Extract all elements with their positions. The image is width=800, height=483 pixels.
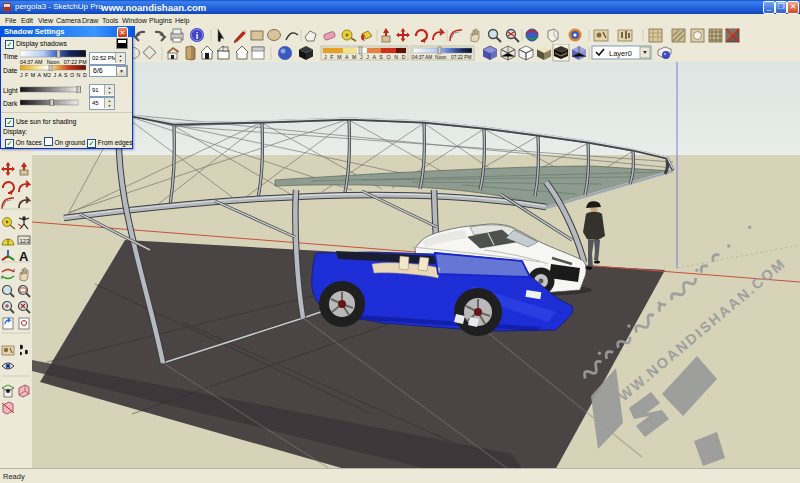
svg-text:04:37 AM: 04:37 AM	[412, 55, 432, 60]
svg-text:Layer0: Layer0	[609, 49, 632, 58]
svg-text:Noon: Noon	[435, 55, 447, 60]
svg-text:J F M A M J J A S O N D: J F M A M J J A S O N D	[324, 54, 407, 60]
svg-text:07:22 PM: 07:22 PM	[451, 55, 472, 60]
svg-text:i: i	[196, 31, 199, 41]
svg-text:123: 123	[20, 238, 31, 244]
